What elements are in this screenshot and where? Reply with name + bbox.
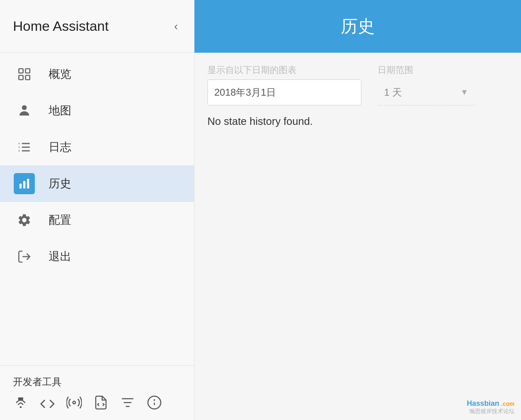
range-filter-group: 日期范围 1 天 ▼ [378,64,475,105]
date-filter-group: 显示自以下日期的图表 [207,64,361,105]
sidebar-item-overview-label: 概览 [49,66,71,82]
chevron-down-icon: ▼ [460,88,468,97]
dev-tools-section: 开发者工具 [0,367,194,420]
file-code-icon[interactable] [93,395,109,414]
main-content: 历史 显示自以下日期的图表 日期范围 1 天 ▼ No state histor… [194,0,521,420]
broadcast-icon[interactable] [66,395,82,414]
range-select[interactable]: 1 天 ▼ [378,79,475,105]
range-filter-label: 日期范围 [378,64,475,76]
sidebar-item-history[interactable]: 历史 [0,165,194,202]
sidebar-nav: 概览 地图 [0,53,194,364]
dev-tools-icons [13,395,181,414]
grid-icon [13,67,36,81]
watermark-site: Hassbian .com [467,399,515,408]
sidebar-item-logs-label: 日志 [49,139,71,155]
page-title: 历史 [341,15,375,38]
history-chart-icon [13,173,36,194]
sidebar-item-history-label: 历史 [49,176,71,191]
list-filter-icon[interactable] [120,395,135,414]
list-icon [13,140,36,154]
sidebar-item-logout[interactable]: 退出 [0,238,194,275]
svg-rect-13 [27,179,29,189]
collapse-button[interactable]: ‹ [171,17,181,36]
svg-rect-2 [19,75,23,80]
date-filter-label: 显示自以下日期的图表 [207,64,361,76]
svg-point-17 [73,401,75,404]
svg-point-4 [22,105,27,110]
sidebar: Home Assistant ‹ 概览 [0,0,194,420]
sidebar-item-logs[interactable]: 日志 [0,129,194,165]
gear-icon [13,213,36,227]
sidebar-header: Home Assistant ‹ [0,0,194,53]
svg-rect-0 [19,69,23,73]
svg-rect-1 [26,69,30,73]
svg-rect-11 [19,184,21,189]
dev-tools-label: 开发者工具 [13,375,181,388]
main-body: 显示自以下日期的图表 日期范围 1 天 ▼ No state history f… [194,53,521,420]
sidebar-item-overview[interactable]: 概览 [0,56,194,92]
filter-row: 显示自以下日期的图表 日期范围 1 天 ▼ [207,64,508,105]
main-header: 历史 [194,0,521,53]
sidebar-divider [0,365,194,366]
remote-icon[interactable] [13,395,28,414]
date-input[interactable] [207,79,361,105]
watermark: Hassbian .com 瀚思彼岸技术论坛 [467,399,515,415]
watermark-sub: 瀚思彼岸技术论坛 [467,408,515,415]
sidebar-item-settings-label: 配置 [49,212,71,228]
no-history-message: No state history found. [207,115,508,128]
map-person-icon [13,103,36,118]
svg-rect-16 [18,397,23,400]
sidebar-item-map-label: 地图 [49,103,71,118]
svg-rect-12 [23,181,25,189]
sidebar-item-map[interactable]: 地图 [0,92,194,129]
sidebar-item-logout-label: 退出 [49,249,71,264]
range-value: 1 天 [384,86,402,99]
app-title: Home Assistant [13,18,109,34]
logout-icon [13,249,36,264]
svg-rect-3 [26,75,30,80]
info-icon[interactable] [147,395,162,414]
sidebar-item-settings[interactable]: 配置 [0,202,194,238]
code-icon[interactable] [40,395,55,414]
